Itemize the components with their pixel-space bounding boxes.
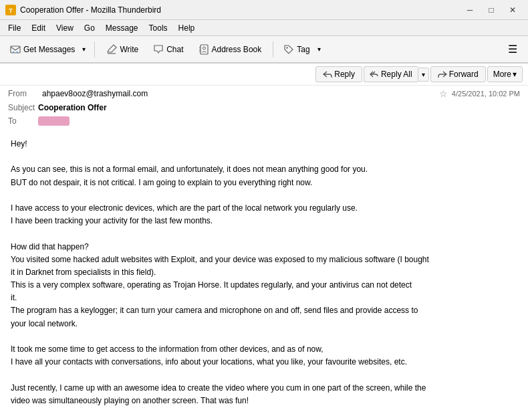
- menu-tools[interactable]: Tools: [144, 22, 173, 34]
- menu-edit[interactable]: Edit: [26, 22, 51, 34]
- from-value[interactable]: ahpaev8ooz@trashymail.com: [42, 89, 435, 98]
- reply-all-button[interactable]: Reply All: [364, 66, 418, 82]
- more-dropdown-icon: ▾: [513, 70, 517, 79]
- chat-button[interactable]: Chat: [147, 41, 189, 58]
- toolbar-separator-1: [94, 41, 95, 58]
- menu-file[interactable]: File: [3, 22, 26, 34]
- to-value: [38, 116, 70, 126]
- write-button[interactable]: Write: [100, 41, 144, 58]
- reply-label: Reply: [334, 70, 355, 79]
- get-messages-dropdown[interactable]: ▾: [80, 42, 89, 56]
- from-row: From ahpaev8ooz@trashymail.com ☆ 4/25/20…: [0, 86, 528, 102]
- address-book-label: Address Book: [212, 45, 262, 54]
- email-body-wrapper: Hey! As you can see, this is not a forma…: [0, 130, 528, 420]
- from-label: From: [8, 89, 38, 98]
- reply-icon: [323, 70, 332, 79]
- menu-message[interactable]: Message: [100, 22, 144, 34]
- subject-value: Cooperation Offer: [38, 103, 107, 112]
- get-messages-split: Get Messages ▾: [5, 41, 89, 58]
- app-icon: T: [5, 5, 16, 15]
- reply-all-split: Reply All ▾: [364, 66, 429, 82]
- window-controls: ─ □ ✕: [460, 2, 523, 18]
- menubar: File Edit View Go Message Tools Help: [0, 20, 528, 36]
- more-button[interactable]: More ▾: [487, 66, 523, 82]
- tag-split: Tag ▾: [279, 41, 323, 58]
- star-icon[interactable]: ☆: [439, 88, 448, 99]
- forward-button[interactable]: Forward: [430, 66, 486, 82]
- write-icon: [106, 44, 117, 55]
- toolbar: Get Messages ▾ Write Chat Address Book: [0, 36, 528, 63]
- to-label: To: [8, 116, 38, 126]
- email-date: 4/25/2021, 10:02 PM: [452, 90, 520, 98]
- address-book-button[interactable]: Address Book: [192, 41, 268, 58]
- chat-label: Chat: [166, 45, 183, 54]
- reply-button[interactable]: Reply: [315, 66, 362, 82]
- hamburger-menu[interactable]: ☰: [503, 40, 523, 58]
- email-body: Hey! As you can see, this is not a forma…: [0, 130, 528, 420]
- get-messages-button[interactable]: Get Messages: [5, 41, 80, 58]
- tag-icon: [283, 44, 294, 55]
- svg-rect-2: [11, 46, 20, 53]
- svg-point-4: [203, 47, 205, 49]
- maximize-button[interactable]: □: [481, 2, 501, 18]
- more-label: More: [493, 70, 511, 79]
- get-messages-icon: [10, 44, 21, 55]
- close-button[interactable]: ✕: [503, 2, 523, 18]
- forward-label: Forward: [449, 70, 479, 79]
- subject-label: Subject: [8, 103, 38, 112]
- tag-button[interactable]: Tag: [279, 41, 314, 58]
- reply-all-icon: [370, 70, 379, 79]
- menu-go[interactable]: Go: [79, 22, 100, 34]
- menu-view[interactable]: View: [51, 22, 79, 34]
- address-book-icon: [199, 44, 209, 55]
- forward-icon: [438, 70, 447, 79]
- svg-point-5: [287, 47, 288, 48]
- reply-all-dropdown[interactable]: ▾: [418, 68, 429, 82]
- email-container: Reply Reply All ▾ Forward More ▾ From ah…: [0, 63, 528, 130]
- subject-row: Subject Cooperation Offer: [0, 102, 528, 115]
- to-row: To: [0, 115, 528, 130]
- window-title: Cooperation Offer - Mozilla Thunderbird: [20, 5, 460, 15]
- svg-text:T: T: [9, 7, 13, 14]
- action-bar: Reply Reply All ▾ Forward More ▾: [0, 64, 528, 86]
- toolbar-separator-2: [273, 41, 273, 58]
- minimize-button[interactable]: ─: [460, 2, 480, 18]
- write-label: Write: [120, 45, 138, 54]
- chat-icon: [153, 44, 164, 55]
- tag-dropdown[interactable]: ▾: [315, 42, 324, 56]
- get-messages-label: Get Messages: [23, 45, 75, 54]
- menu-help[interactable]: Help: [173, 22, 201, 34]
- reply-all-label: Reply All: [381, 70, 412, 79]
- tag-label: Tag: [297, 45, 309, 54]
- titlebar: T Cooperation Offer - Mozilla Thunderbir…: [0, 0, 528, 20]
